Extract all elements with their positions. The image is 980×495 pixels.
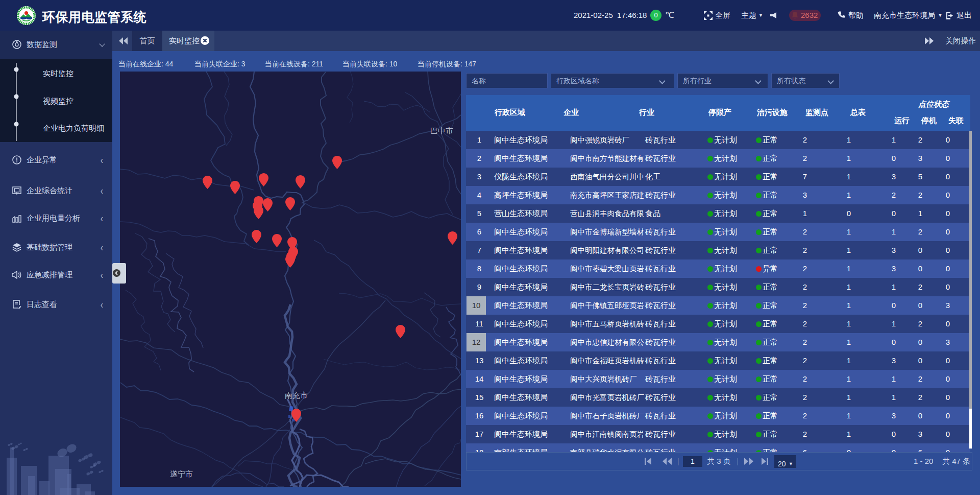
- svg-text:遂宁市: 遂宁市: [170, 469, 193, 478]
